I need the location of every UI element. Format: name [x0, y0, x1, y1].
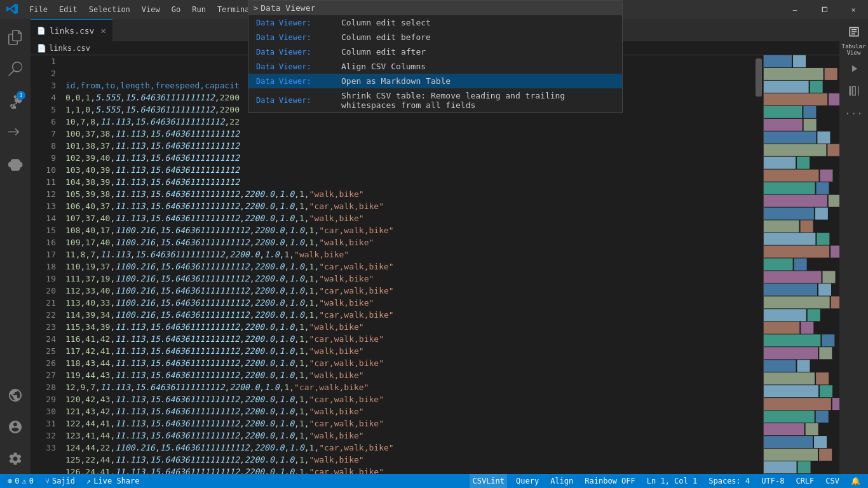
code-editor[interactable]: id,from,to,length,freespeed,capacit0,0,1…	[62, 55, 754, 474]
code-line-18: 112,33,40,1100.216,15.646361111111112,22…	[65, 285, 754, 297]
line-number-28: 28	[31, 381, 56, 393]
activity-account[interactable]	[0, 412, 31, 442]
code-line-21: 115,34,39,11.113,15.646361111111112,2200…	[65, 321, 754, 333]
status-query[interactable]: Query	[513, 474, 541, 488]
dropdown-prefix: Data Viewer:	[256, 48, 339, 57]
activity-source-control[interactable]	[0, 86, 31, 116]
code-line-4: 10,7,8,11.113,15.646361111111112,22	[65, 116, 754, 128]
split-editor-icon[interactable]	[843, 81, 865, 100]
menu-run[interactable]: Run	[187, 3, 211, 17]
activity-search[interactable]	[0, 54, 31, 85]
line-number-4: 4	[31, 92, 56, 104]
activity-run[interactable]	[0, 118, 31, 148]
line-number-3: 3	[31, 79, 56, 92]
tabular-view-icon[interactable]	[843, 22, 865, 41]
tabular-view-label: Tabular View	[839, 43, 868, 56]
status-line-col[interactable]: Ln 1, Col 1	[644, 474, 700, 488]
window-controls: — ⧠ ✕	[780, 0, 868, 19]
branch-icon: ⑂	[45, 477, 50, 485]
status-rainbow[interactable]: Rainbow OFF	[582, 474, 637, 488]
spaces-value: Spaces: 4	[709, 477, 750, 485]
dropdown-item-5[interactable]: Data Viewer:Shrink CSV table: Remove lea…	[248, 88, 622, 112]
rainbow-label: Rainbow OFF	[585, 477, 635, 485]
status-branch[interactable]: ⑂ Sajid	[43, 474, 78, 488]
dropdown-item-2[interactable]: Data Viewer:Column edit after	[248, 44, 622, 59]
dropdown-item-0[interactable]: Data Viewer:Column edit select	[248, 19, 622, 30]
line-number-27: 27	[31, 369, 56, 381]
activity-explorer[interactable]	[0, 22, 31, 53]
activity-settings[interactable]	[0, 444, 31, 474]
code-line-12: 107,37,40,11.113,15.646361111111112,2200…	[65, 212, 754, 224]
code-line-7: 102,39,40,11.113,15.646361111111112	[65, 152, 754, 164]
minimize-button[interactable]: —	[780, 0, 810, 19]
language-value: CSV	[825, 477, 839, 485]
code-line-17: 111,37,19,1100.216,15.646361111111112,22…	[65, 273, 754, 285]
menu-view[interactable]: View	[137, 3, 165, 17]
tab-links-csv[interactable]: 📄 links.csv ✕	[31, 19, 112, 41]
minimap-canvas	[764, 55, 839, 474]
code-line-15: 11,8,7,11.113,15.646361111111112,2200.0,…	[65, 248, 754, 261]
status-csvlint[interactable]: CSVLint	[470, 474, 507, 488]
line-number-18: 18	[31, 261, 56, 273]
play-icon[interactable]	[843, 59, 865, 78]
code-line-23: 117,42,41,11.113,15.646361111111112,2200…	[65, 345, 754, 357]
menu-file[interactable]: File	[24, 3, 53, 17]
status-liveshare[interactable]: ↗ Live Share	[84, 474, 142, 488]
line-number-20: 20	[31, 285, 56, 297]
dropdown-list: Data Viewer:Column edit selectData Viewe…	[248, 19, 622, 112]
code-line-6: 101,38,37,11.113,15.646361111111112	[65, 140, 754, 152]
line-number-14: 14	[31, 212, 56, 224]
code-line-24: 118,43,44,11.113,15.646361111111112,2200…	[65, 357, 754, 369]
more-actions-icon[interactable]: ···	[843, 104, 865, 123]
close-button[interactable]: ✕	[839, 0, 868, 19]
app-logo	[6, 3, 18, 17]
code-line-20: 114,39,34,1100.216,15.646361111111112,22…	[65, 309, 754, 321]
csvlint-label: CSVLint	[472, 477, 505, 485]
file-icon: 📄	[37, 27, 46, 35]
code-line-16: 110,19,37,1100.216,15.646361111111112,22…	[65, 261, 754, 273]
status-encoding[interactable]: UTF-8	[759, 474, 787, 488]
dropdown-prefix: Data Viewer:	[256, 77, 339, 86]
liveshare-icon: ↗	[86, 477, 91, 485]
code-line-29: 122,44,41,11.113,15.646361111111112,2200…	[65, 417, 754, 430]
menu-selection[interactable]: Selection	[84, 3, 135, 17]
editor-area: 📄 links.csv ✕ 📄 links.csv 12345678910111…	[31, 19, 839, 474]
line-number-1: 1	[31, 55, 56, 67]
command-palette: > Data Viewer:Column edit selectData Vie…	[248, 19, 623, 113]
editor-content: 1234567891011121314151617181920212223242…	[31, 55, 839, 474]
line-number-13: 13	[31, 200, 56, 212]
dropdown-prefix: Data Viewer:	[256, 33, 339, 42]
line-number-30: 30	[31, 405, 56, 417]
line-number-12: 12	[31, 188, 56, 200]
status-errors[interactable]: ⊗ 0 ⚠ 0	[5, 474, 36, 488]
status-align[interactable]: Align	[548, 474, 576, 488]
scrollbar[interactable]	[754, 55, 763, 474]
line-number-33: 33	[31, 442, 56, 454]
code-line-33: 126,24,41,11.113,15.646361111111112,2200…	[65, 466, 754, 474]
status-line-ending[interactable]: CRLF	[793, 474, 817, 488]
line-number-5: 5	[31, 104, 56, 116]
close-tab-button[interactable]: ✕	[100, 25, 105, 36]
main-layout: 📄 links.csv ✕ 📄 links.csv 12345678910111…	[0, 19, 868, 474]
line-number-32: 32	[31, 430, 56, 442]
maximize-button[interactable]: ⧠	[810, 0, 839, 19]
status-language[interactable]: CSV	[823, 474, 842, 488]
line-number-16: 16	[31, 236, 56, 248]
code-line-5: 100,37,38,11.113,15.646361111111112	[65, 128, 754, 140]
breadcrumb-file: 📄	[37, 44, 46, 53]
activity-extensions[interactable]	[0, 149, 31, 180]
dropdown-item-1[interactable]: Data Viewer:Column edit before	[248, 30, 622, 44]
error-count: 0	[15, 477, 19, 485]
menu-edit[interactable]: Edit	[54, 3, 83, 17]
status-spaces[interactable]: Spaces: 4	[706, 474, 752, 488]
code-line-28: 121,43,42,11.113,15.646361111111112,2200…	[65, 405, 754, 417]
dropdown-item-3[interactable]: Data Viewer:Align CSV Columns	[248, 59, 622, 74]
dropdown-label: Column edit before	[341, 32, 431, 42]
code-line-27: 120,42,43,11.113,15.646361111111112,2200…	[65, 393, 754, 405]
menu-go[interactable]: Go	[166, 3, 186, 17]
status-bar: ⊗ 0 ⚠ 0 ⑂ Sajid ↗ Live Share CSVLint Que…	[0, 474, 868, 488]
status-notification[interactable]: 🔔	[848, 474, 863, 488]
dropdown-item-4[interactable]: Data Viewer:Open as Markdown Table	[248, 74, 622, 88]
activity-remote[interactable]	[0, 380, 31, 410]
dropdown-prefix: Data Viewer:	[256, 62, 339, 71]
